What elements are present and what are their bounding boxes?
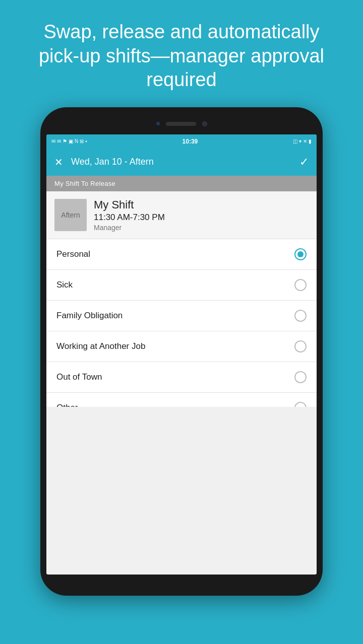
reason-radio-list: PersonalSickFamily ObligationWorking at … [46, 239, 317, 407]
radio-circle [294, 248, 307, 260]
radio-label: Working at Another Job [56, 341, 145, 351]
front-camera-icon [156, 122, 160, 125]
bottom-spacer [46, 407, 317, 575]
radio-circle [294, 402, 307, 407]
radio-circle [294, 340, 307, 352]
confirm-button[interactable]: ✓ [299, 156, 309, 169]
n-icon: N [75, 138, 78, 144]
radio-item-personal[interactable]: Personal [46, 239, 317, 270]
camera-icon [202, 121, 207, 126]
box-icon: ▪ [85, 138, 87, 144]
shift-role: Manager [94, 224, 165, 232]
image-icon: ▣ [69, 138, 73, 144]
speaker [166, 122, 196, 126]
hero-text: Swap, release and automatically pick-up … [0, 0, 363, 107]
radio-label: Personal [56, 249, 90, 259]
radio-label: Out of Town [56, 372, 102, 382]
radio-circle [294, 279, 307, 291]
close-button[interactable]: ✕ [54, 156, 63, 168]
shift-card-section: My Shift To Release Aftern My Shift 11:3… [46, 176, 317, 239]
shift-info: My Shift 11:30 AM-7:30 PM Manager [94, 198, 165, 232]
mail2-icon: ✉ [57, 138, 61, 144]
shift-section-header: My Shift To Release [46, 176, 317, 191]
radio-label: Family Obligation [56, 311, 123, 321]
shift-card: Aftern My Shift 11:30 AM-7:30 PM Manager [46, 191, 317, 239]
status-icons-right: ◫ ▾ ✕ ▮ [293, 138, 312, 144]
radio-label: Sick [56, 280, 73, 290]
phone-screen: ✉ ✉ ⚑ ▣ N ⊞ ▪ 10:39 ◫ ▾ ✕ ▮ ✕ [46, 134, 317, 575]
mail-icon: ✉ [51, 138, 55, 144]
phone-frame: ✉ ✉ ⚑ ▣ N ⊞ ▪ 10:39 ◫ ▾ ✕ ▮ ✕ [40, 107, 323, 596]
radio-circle [294, 371, 307, 383]
radio-item-sick[interactable]: Sick [46, 270, 317, 301]
phone-container: ✉ ✉ ⚑ ▣ N ⊞ ▪ 10:39 ◫ ▾ ✕ ▮ ✕ [35, 107, 328, 645]
radio-label: Other [56, 403, 78, 407]
signal-icon: ✕ [303, 138, 307, 144]
radio-circle [294, 310, 307, 322]
app-bar: ✕ Wed, Jan 10 - Aftern ✓ [46, 149, 317, 176]
radio-item-other[interactable]: Other [46, 393, 317, 407]
status-icons-left: ✉ ✉ ⚑ ▣ N ⊞ ▪ [51, 138, 87, 144]
flag-icon: ⚑ [63, 138, 67, 144]
status-time: 10:39 [183, 138, 198, 145]
battery-icon: ▮ [309, 138, 312, 144]
radio-item-family-obligation[interactable]: Family Obligation [46, 301, 317, 331]
grid-icon: ⊞ [80, 138, 84, 144]
phone-top-bar [46, 113, 317, 134]
vibrate-icon: ◫ [293, 138, 297, 144]
shift-badge: Aftern [54, 199, 87, 231]
wifi-icon: ▾ [299, 138, 301, 144]
radio-item-out-of-town[interactable]: Out of Town [46, 362, 317, 393]
status-bar: ✉ ✉ ⚑ ▣ N ⊞ ▪ 10:39 ◫ ▾ ✕ ▮ [46, 134, 317, 149]
shift-time: 11:30 AM-7:30 PM [94, 212, 165, 223]
phone-bottom-bar [46, 575, 317, 590]
app-bar-title: Wed, Jan 10 - Aftern [71, 157, 291, 167]
radio-item-working-at-another-job[interactable]: Working at Another Job [46, 331, 317, 362]
shift-name: My Shift [94, 198, 165, 211]
